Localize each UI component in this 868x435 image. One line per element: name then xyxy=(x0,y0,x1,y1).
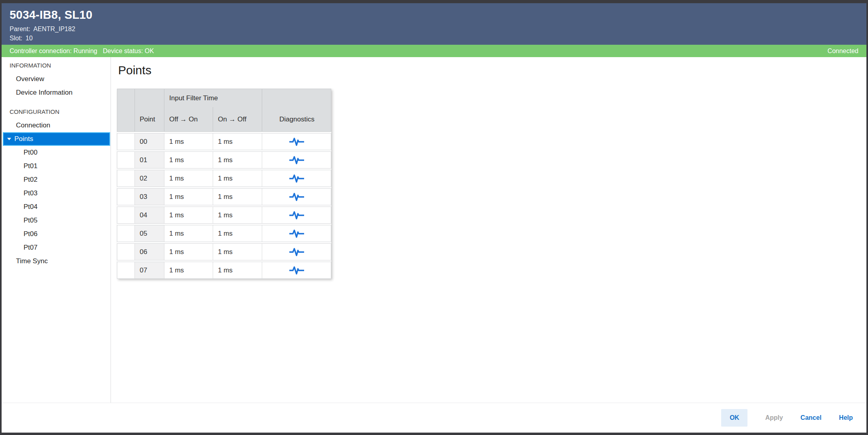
sidebar-item-pt00[interactable]: Pt00 xyxy=(2,146,111,159)
point-cell: 05 xyxy=(134,225,164,242)
sidebar-item-pt02[interactable]: Pt02 xyxy=(2,173,111,187)
table-row: 05 1 ms 1 ms xyxy=(117,225,331,242)
navigation-sidebar: INFORMATION Overview Device Information … xyxy=(2,57,111,403)
table-row: 04 1 ms 1 ms xyxy=(117,207,331,224)
table-row: 03 1 ms 1 ms xyxy=(117,188,331,205)
points-table: Input Filter Time Point Off → On On → Of… xyxy=(117,89,331,279)
sidebar-item-time-sync[interactable]: Time Sync xyxy=(2,254,111,268)
sidebar-item-pt04[interactable]: Pt04 xyxy=(2,200,111,214)
apply-button[interactable]: Apply xyxy=(765,414,783,421)
sidebar-item-pt05[interactable]: Pt05 xyxy=(2,214,111,227)
sidebar-section-configuration: CONFIGURATION xyxy=(2,105,111,119)
sidebar-item-pt01[interactable]: Pt01 xyxy=(2,159,111,173)
on-off-filter-cell[interactable]: 1 ms xyxy=(213,152,262,168)
on-off-filter-cell[interactable]: 1 ms xyxy=(213,207,262,223)
sidebar-item-pt06[interactable]: Pt06 xyxy=(2,227,111,241)
on-off-filter-cell[interactable]: 1 ms xyxy=(213,262,262,278)
pulse-waveform-icon xyxy=(289,156,305,165)
on-off-filter-cell[interactable]: 1 ms xyxy=(213,170,262,187)
diagnostics-cell[interactable] xyxy=(262,133,332,150)
table-row: 02 1 ms 1 ms xyxy=(117,170,331,187)
sidebar-section-information: INFORMATION xyxy=(2,59,111,72)
off-on-filter-cell[interactable]: 1 ms xyxy=(164,152,213,168)
sidebar-item-connection[interactable]: Connection xyxy=(2,119,111,132)
dialog-footer: OK Apply Cancel Help xyxy=(2,403,866,433)
pulse-waveform-icon xyxy=(289,137,305,146)
pulse-waveform-icon xyxy=(289,266,305,275)
triangle-down-icon[interactable] xyxy=(7,138,11,140)
table-row: 00 1 ms 1 ms xyxy=(117,133,331,150)
header-spacer xyxy=(262,89,332,107)
parent-line: Parent:AENTR_IP182 xyxy=(10,24,866,34)
header-spacer xyxy=(134,89,164,107)
row-selector-cell[interactable] xyxy=(117,244,134,260)
row-selector-cell[interactable] xyxy=(117,225,134,242)
sidebar-item-device-information[interactable]: Device Information xyxy=(2,86,111,99)
row-selector-cell[interactable] xyxy=(117,152,134,168)
section-heading: Points xyxy=(118,64,151,77)
page-title: 5034-IB8, SL10 xyxy=(10,8,866,22)
sidebar-item-pt07[interactable]: Pt07 xyxy=(2,241,111,254)
diagnostics-cell[interactable] xyxy=(262,225,332,242)
parent-value: AENTR_IP182 xyxy=(34,26,75,32)
table-row: 01 1 ms 1 ms xyxy=(117,151,331,169)
dialog-header: 5034-IB8, SL10 Parent:AENTR_IP182 Slot:1… xyxy=(2,3,866,45)
on-off-filter-cell[interactable]: 1 ms xyxy=(213,189,262,205)
off-on-filter-cell[interactable]: 1 ms xyxy=(164,133,213,150)
on-off-filter-cell[interactable]: 1 ms xyxy=(213,244,262,260)
on-off-filter-cell[interactable]: 1 ms xyxy=(213,133,262,150)
ok-button[interactable]: OK xyxy=(721,409,747,427)
sidebar-item-points[interactable]: Points xyxy=(3,132,110,146)
device-config-dialog: 5034-IB8, SL10 Parent:AENTR_IP182 Slot:1… xyxy=(0,0,868,435)
header-spacer xyxy=(117,89,134,107)
controller-connection-status: Controller connection: Running xyxy=(10,48,97,55)
diagnostics-cell[interactable] xyxy=(262,170,332,187)
sidebar-item-overview[interactable]: Overview xyxy=(2,72,111,86)
cancel-button[interactable]: Cancel xyxy=(801,414,821,421)
slot-line: Slot:10 xyxy=(10,34,866,43)
row-selector-cell[interactable] xyxy=(117,207,134,223)
table-row: 07 1 ms 1 ms xyxy=(117,262,331,279)
point-cell: 00 xyxy=(134,133,164,150)
point-cell: 06 xyxy=(134,244,164,260)
diagnostics-cell[interactable] xyxy=(262,207,332,223)
row-selector-cell[interactable] xyxy=(117,262,134,278)
help-button[interactable]: Help xyxy=(839,414,853,421)
diagnostics-cell[interactable] xyxy=(262,189,332,205)
column-header-diagnostics: Diagnostics xyxy=(262,107,332,131)
status-bar: Controller connection: Running Device st… xyxy=(2,45,866,57)
table-row: 06 1 ms 1 ms xyxy=(117,243,331,260)
point-cell: 02 xyxy=(134,170,164,187)
pulse-waveform-icon xyxy=(289,229,305,238)
off-on-filter-cell[interactable]: 1 ms xyxy=(164,262,213,278)
diagnostics-cell[interactable] xyxy=(262,262,332,278)
diagnostics-cell[interactable] xyxy=(262,152,332,168)
parent-label: Parent: xyxy=(10,26,30,32)
main-panel: Points Input Filter Time Point Off → On … xyxy=(111,57,866,403)
slot-label: Slot: xyxy=(10,35,22,42)
pulse-waveform-icon xyxy=(289,193,305,201)
off-on-filter-cell[interactable]: 1 ms xyxy=(164,225,213,242)
diagnostics-cell[interactable] xyxy=(262,244,332,260)
row-selector-cell[interactable] xyxy=(117,133,134,150)
on-off-filter-cell[interactable]: 1 ms xyxy=(213,225,262,242)
point-cell: 07 xyxy=(134,262,164,278)
point-cell: 01 xyxy=(134,152,164,168)
row-selector-cell[interactable] xyxy=(117,189,134,205)
off-on-filter-cell[interactable]: 1 ms xyxy=(164,189,213,205)
row-selector-cell[interactable] xyxy=(117,170,134,187)
column-group-input-filter-time: Input Filter Time xyxy=(164,89,262,107)
point-cell: 04 xyxy=(134,207,164,223)
column-header-on-off: On → Off xyxy=(213,107,262,131)
off-on-filter-cell[interactable]: 1 ms xyxy=(164,207,213,223)
slot-value: 10 xyxy=(26,35,33,42)
pulse-waveform-icon xyxy=(289,211,305,220)
pulse-waveform-icon xyxy=(289,248,305,256)
off-on-filter-cell[interactable]: 1 ms xyxy=(164,244,213,260)
sidebar-item-pt03[interactable]: Pt03 xyxy=(2,187,111,200)
point-cell: 03 xyxy=(134,189,164,205)
connection-state-badge: Connected xyxy=(828,48,858,55)
pulse-waveform-icon xyxy=(289,174,305,183)
off-on-filter-cell[interactable]: 1 ms xyxy=(164,170,213,187)
device-status: Device status: OK xyxy=(103,48,154,55)
